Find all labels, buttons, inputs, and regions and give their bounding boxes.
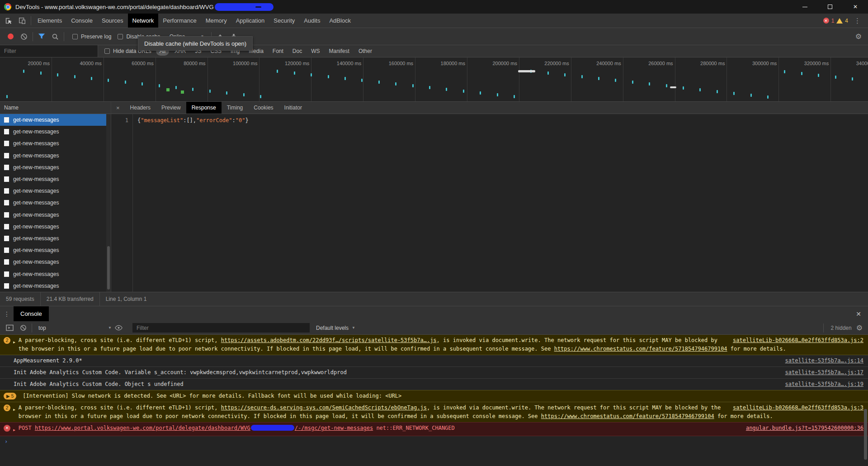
close-detail-icon[interactable]: × <box>111 105 125 111</box>
source-location-link[interactable]: satellite-53f5b7a….js:19 <box>785 380 863 389</box>
search-icon[interactable] <box>48 28 62 45</box>
console-log-message[interactable]: satellite-53f5b7a….js:14AppMeasurement 2… <box>0 355 868 367</box>
tab-application[interactable]: Application <box>231 14 269 28</box>
inspect-element-icon[interactable] <box>2 14 15 28</box>
console-error-message[interactable]: ✕▶angular.bundle.js?t=1579542600000:36PO… <box>0 422 868 436</box>
type-pill-ws[interactable]: WS <box>307 47 323 56</box>
response-editor[interactable]: 1 {"messageList":[],"errorCode":"0"} <box>111 114 868 292</box>
table-row[interactable]: get-new-messages <box>0 221 111 233</box>
detail-tab-cookies[interactable]: Cookies <box>248 102 278 114</box>
source-location-link[interactable]: satelliteLib-b026668…0e2ff63ffd853a.js:3 <box>733 404 863 412</box>
name-column-header[interactable]: Name <box>0 102 111 114</box>
console-prompt[interactable]: › <box>0 436 868 447</box>
detail-tab-initiator[interactable]: Initiator <box>279 102 307 114</box>
console-scrollbar-thumb[interactable] <box>864 409 867 460</box>
table-row[interactable]: get-new-messages <box>0 268 111 280</box>
tab-performance[interactable]: Performance <box>158 14 201 28</box>
tab-memory[interactable]: Memory <box>201 14 231 28</box>
source-location-link[interactable]: satelliteLib-b026668…0e2ff63ffd853a.js:2 <box>733 336 863 345</box>
table-row[interactable]: get-new-messages <box>0 162 111 173</box>
close-drawer-icon[interactable]: ✕ <box>849 310 868 318</box>
timeline-request-dot <box>209 90 211 93</box>
type-pill-manifest[interactable]: Manifest <box>326 47 353 56</box>
devtools-kebab-menu-icon[interactable]: ⋮ <box>850 17 864 25</box>
request-name-label: get-new-messages <box>13 176 59 182</box>
warning-count-badge: ▶5 <box>4 393 16 399</box>
filter-funnel-icon[interactable] <box>35 28 48 45</box>
device-toolbar-icon[interactable] <box>15 14 29 28</box>
table-row[interactable]: get-new-messages <box>0 256 111 268</box>
maximize-button[interactable] <box>817 0 843 14</box>
message-link[interactable]: https://www.portal.volkswagen-we.com/por… <box>35 425 250 431</box>
drawer-kebab-menu-icon[interactable]: ⋮ <box>0 310 14 318</box>
console-sidebar-toggle-icon[interactable] <box>3 321 16 334</box>
console-warning-message[interactable]: 2▶satelliteLib-b026668…0e2ff63ffd853a.js… <box>0 402 868 423</box>
error-badge-icon[interactable]: ✕ <box>823 18 829 24</box>
timeline-request-dot <box>581 75 583 78</box>
type-pill-doc[interactable]: Doc <box>289 47 306 56</box>
source-location-link[interactable]: satellite-53f5b7a….js:17 <box>785 368 863 377</box>
console-log-message[interactable]: satellite-53f5b7a….js:17Init Adobe Analy… <box>0 367 868 379</box>
source-location-link[interactable]: satellite-53f5b7a….js:14 <box>785 357 863 365</box>
table-row[interactable]: get-new-messages <box>0 150 111 162</box>
clear-network-log-icon[interactable] <box>17 28 31 45</box>
table-row[interactable]: get-new-messages <box>0 233 111 244</box>
tab-audits[interactable]: Audits <box>299 14 325 28</box>
source-location-link[interactable]: angular.bundle.js?t=1579542600000:36 <box>746 424 863 433</box>
tab-sources[interactable]: Sources <box>97 14 128 28</box>
table-row[interactable]: get-new-messages <box>0 197 111 209</box>
table-row[interactable]: get-new-messages <box>0 280 111 292</box>
table-row[interactable]: get-new-messages <box>0 173 111 185</box>
disable-cache-checkbox[interactable] <box>118 34 123 39</box>
scrollbar-thumb[interactable] <box>107 246 110 290</box>
detail-tab-timing[interactable]: Timing <box>222 102 249 114</box>
console-filter-input[interactable] <box>132 323 310 333</box>
console-settings-gear-icon[interactable]: ⚙ <box>856 323 865 332</box>
tab-console[interactable]: Console <box>66 14 97 28</box>
clear-console-icon[interactable] <box>16 321 30 334</box>
detail-tab-headers[interactable]: Headers <box>125 102 156 114</box>
tab-security[interactable]: Security <box>269 14 299 28</box>
network-overview-timeline[interactable]: 20000 ms40000 ms60000 ms80000 ms100000 m… <box>0 57 868 102</box>
console-warning-message[interactable]: ▶5[Intervention] Slow network is detecte… <box>0 390 868 402</box>
table-row[interactable]: get-new-messages <box>0 114 111 126</box>
hide-data-urls-checkbox[interactable] <box>104 48 110 54</box>
log-levels-dropdown[interactable]: Default levels ▼ <box>316 325 355 331</box>
type-pill-font[interactable]: Font <box>269 47 287 56</box>
close-button[interactable]: ✕ <box>843 0 868 14</box>
type-pill-other[interactable]: Other <box>355 47 376 56</box>
table-row[interactable]: get-new-messages <box>0 185 111 197</box>
console-warning-message[interactable]: 2▶satelliteLib-b026668…0e2ff63ffd853a.js… <box>0 335 868 355</box>
preserve-log-checkbox[interactable] <box>72 34 78 39</box>
request-name-label: get-new-messages <box>13 200 59 206</box>
message-link[interactable]: https://www.chromestatus.com/feature/571… <box>554 346 727 352</box>
message-link[interactable]: https://assets.adobedtm.com/22dd93f…/scr… <box>221 337 437 343</box>
execution-context-dropdown[interactable]: top ▼ <box>38 325 112 331</box>
table-row[interactable]: get-new-messages <box>0 209 111 221</box>
table-row[interactable]: get-new-messages <box>0 244 111 256</box>
warning-badge-icon[interactable] <box>836 18 843 24</box>
minimize-button[interactable] <box>792 0 817 14</box>
tab-adblock[interactable]: AdBlock <box>325 14 355 28</box>
expand-triangle-icon[interactable]: ▶ <box>13 426 15 434</box>
drawer-tab-console[interactable]: Console <box>14 306 49 321</box>
tab-elements[interactable]: Elements <box>33 14 66 28</box>
message-text-part: A parser-blocking, cross site (i.e. diff… <box>19 404 221 411</box>
expand-triangle-icon[interactable]: ▶ <box>13 405 15 414</box>
network-settings-gear-icon[interactable]: ⚙ <box>855 32 864 41</box>
network-filter-input[interactable] <box>0 45 98 57</box>
message-link[interactable]: https://secure-ds.serving-sys.com/SemiCa… <box>221 404 427 411</box>
live-expression-eye-icon[interactable] <box>112 321 125 334</box>
detail-tab-response[interactable]: Response <box>186 102 222 114</box>
record-network-log-button[interactable] <box>4 28 17 45</box>
request-detail-tabs: × HeadersPreviewResponseTimingCookiesIni… <box>111 102 868 114</box>
console-log-message[interactable]: satellite-53f5b7a….js:19Init Adobe Analy… <box>0 379 868 390</box>
detail-tab-preview[interactable]: Preview <box>156 102 186 114</box>
table-row[interactable]: get-new-messages <box>0 126 111 138</box>
tab-network[interactable]: Network <box>128 14 159 28</box>
request-list-scrollbar[interactable] <box>106 114 111 292</box>
expand-triangle-icon[interactable]: ▶ <box>13 338 15 347</box>
message-link[interactable]: https://www.chromestatus.com/feature/571… <box>541 413 714 419</box>
message-link[interactable]: /-/msgc/get-new-messages <box>295 425 373 431</box>
table-row[interactable]: get-new-messages <box>0 138 111 149</box>
